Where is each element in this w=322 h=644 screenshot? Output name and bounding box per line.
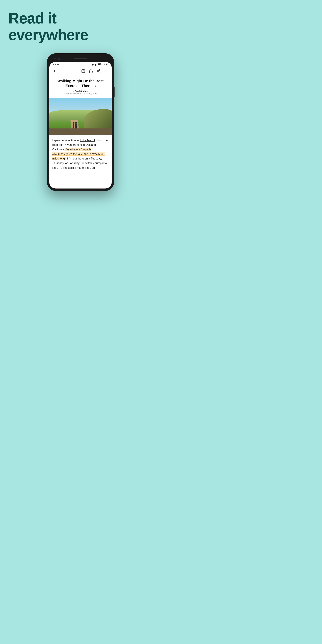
more-button[interactable] xyxy=(104,69,109,74)
svg-rect-5 xyxy=(96,64,96,66)
hero-title: Read it everywhere xyxy=(8,10,152,43)
svg-rect-8 xyxy=(101,64,102,65)
status-icons-left xyxy=(53,64,59,65)
phone-wrapper: 10:15 xyxy=(0,53,161,191)
link-lake-merritt[interactable]: Lake Merritt xyxy=(80,139,95,142)
share-button[interactable] xyxy=(96,69,101,74)
battery-icon xyxy=(98,64,102,66)
status-time: 10:15 xyxy=(102,63,108,66)
article-image xyxy=(49,98,112,135)
article-date: Sep 10, 2018 xyxy=(84,92,97,95)
save-button[interactable] xyxy=(81,69,86,74)
share-icon xyxy=(96,69,100,73)
status-dot-1 xyxy=(53,64,54,65)
status-dot-2 xyxy=(55,64,56,65)
svg-line-17 xyxy=(98,70,99,71)
ground xyxy=(49,128,112,135)
page-container: Read it everywhere xyxy=(0,0,161,191)
toolbar-right xyxy=(81,69,109,74)
walkers-group xyxy=(73,124,77,128)
toolbar-left xyxy=(52,69,57,74)
article-toolbar xyxy=(49,67,112,75)
phone-speaker xyxy=(74,58,87,59)
headphones-button[interactable] xyxy=(88,69,93,74)
article-title: Walking Might Be the Best Exercise There… xyxy=(53,79,108,88)
article-header: Walking Might Be the Best Exercise There… xyxy=(49,75,112,98)
headphones-icon xyxy=(89,69,93,73)
article-author: Brad Stulberg xyxy=(75,90,89,92)
svg-point-19 xyxy=(106,71,107,72)
wifi-icon xyxy=(91,64,94,66)
status-icons-right: 10:15 xyxy=(91,63,108,66)
status-square xyxy=(57,64,59,65)
hero-line1: Read it xyxy=(8,10,56,27)
article-by: by xyxy=(72,90,74,92)
back-icon xyxy=(53,70,56,73)
svg-line-16 xyxy=(98,72,99,72)
svg-rect-12 xyxy=(92,72,92,72)
phone-screen: 10:15 xyxy=(49,62,112,188)
svg-point-20 xyxy=(106,72,107,72)
svg-rect-9 xyxy=(98,64,100,65)
link-oakland[interactable]: Oakland xyxy=(86,143,96,146)
svg-point-15 xyxy=(99,72,100,73)
phone-camera-right xyxy=(58,58,60,60)
svg-point-13 xyxy=(99,70,100,70)
article-source: outsideonline.com xyxy=(64,92,81,95)
svg-rect-11 xyxy=(89,72,90,72)
hero-section: Read it everywhere xyxy=(0,0,161,43)
phone-device: 10:15 xyxy=(47,53,114,191)
hero-line2: everywhere xyxy=(8,26,88,43)
svg-rect-6 xyxy=(96,64,97,66)
signal-icon xyxy=(94,64,97,66)
walker-2 xyxy=(75,124,77,128)
svg-point-18 xyxy=(106,70,107,70)
svg-rect-4 xyxy=(95,64,96,66)
article-body: I spend a lot of time at Lake Merritt, d… xyxy=(49,135,112,173)
svg-point-14 xyxy=(97,70,98,72)
phone-top-bar xyxy=(49,56,112,62)
svg-rect-3 xyxy=(94,65,95,66)
walker-1 xyxy=(73,124,74,128)
article-body-text: I spend a lot of time at Lake Merritt, d… xyxy=(52,138,109,170)
phone-side-button xyxy=(114,87,114,97)
status-bar: 10:15 xyxy=(49,62,112,67)
article-meta: by Brad Stulberg outsideonline.com · Sep… xyxy=(53,90,108,95)
back-button[interactable] xyxy=(52,69,57,74)
phone-camera-left xyxy=(54,58,56,60)
landscape-scene xyxy=(49,98,112,135)
link-california[interactable]: California xyxy=(52,148,64,151)
more-icon xyxy=(105,70,108,73)
save-icon xyxy=(81,69,85,73)
